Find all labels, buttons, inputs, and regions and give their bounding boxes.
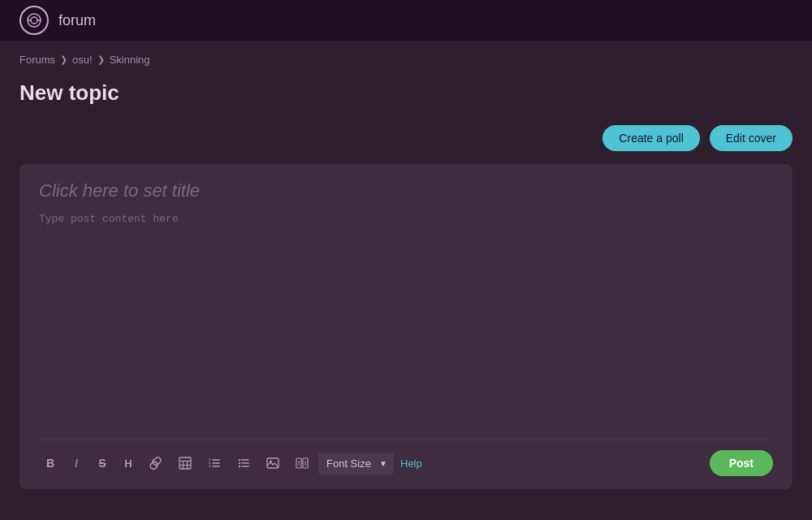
- editor-panel: B I S H: [19, 164, 793, 489]
- toolbar-right: Post: [710, 450, 773, 476]
- italic-button[interactable]: I: [65, 452, 88, 474]
- breadcrumb: Forums ❯ osu! ❯ Skinning: [0, 41, 812, 74]
- brand-name: forum: [58, 12, 96, 29]
- table-button[interactable]: [172, 452, 198, 474]
- create-poll-button[interactable]: Create a poll: [603, 125, 699, 151]
- unordered-list-icon: [237, 457, 250, 470]
- link-icon: [149, 457, 162, 470]
- unordered-list-button[interactable]: [231, 452, 257, 474]
- heading-button[interactable]: H: [117, 453, 140, 474]
- table-icon: [179, 457, 192, 470]
- svg-rect-21: [267, 458, 279, 468]
- content-input[interactable]: [39, 211, 773, 440]
- action-bar: Create a poll Edit cover: [0, 119, 812, 158]
- italic-icon: I: [75, 457, 78, 470]
- bbcode-icon: [296, 457, 309, 470]
- svg-point-18: [239, 459, 240, 461]
- bold-icon: B: [46, 457, 54, 470]
- logo-icon[interactable]: [19, 6, 49, 35]
- navbar: forum: [0, 0, 812, 41]
- page-title: New topic: [19, 80, 793, 106]
- svg-point-20: [239, 466, 240, 467]
- edit-cover-button[interactable]: Edit cover: [710, 125, 793, 151]
- editor-toolbar: B I S H: [39, 440, 773, 476]
- breadcrumb-osu[interactable]: osu!: [72, 54, 93, 66]
- breadcrumb-forums[interactable]: Forums: [19, 54, 55, 66]
- image-icon: [266, 457, 279, 470]
- title-input[interactable]: [39, 180, 773, 202]
- svg-point-1: [31, 17, 37, 24]
- strikethrough-icon: S: [98, 457, 106, 470]
- image-button[interactable]: [260, 452, 286, 474]
- ordered-list-icon: 1 2 3: [208, 457, 221, 470]
- breadcrumb-skinning[interactable]: Skinning: [110, 54, 150, 66]
- chevron-icon-1: ❯: [60, 54, 67, 65]
- chevron-icon-2: ❯: [97, 54, 105, 65]
- link-button[interactable]: [143, 452, 169, 474]
- svg-text:3: 3: [209, 464, 211, 468]
- strikethrough-button[interactable]: S: [91, 452, 114, 474]
- ordered-list-button[interactable]: 1 2 3: [201, 452, 227, 474]
- bold-button[interactable]: B: [39, 452, 62, 474]
- bbcode-button[interactable]: [289, 452, 315, 474]
- font-size-wrapper: Font Size Small Normal Large Huge ▼: [318, 453, 394, 474]
- font-size-dropdown[interactable]: Font Size Small Normal Large Huge: [318, 453, 394, 474]
- post-button[interactable]: Post: [710, 450, 773, 476]
- svg-point-19: [239, 462, 240, 464]
- help-link[interactable]: Help: [400, 457, 422, 470]
- page-title-section: New topic: [0, 74, 812, 119]
- svg-rect-4: [179, 457, 191, 469]
- heading-icon: H: [124, 457, 132, 470]
